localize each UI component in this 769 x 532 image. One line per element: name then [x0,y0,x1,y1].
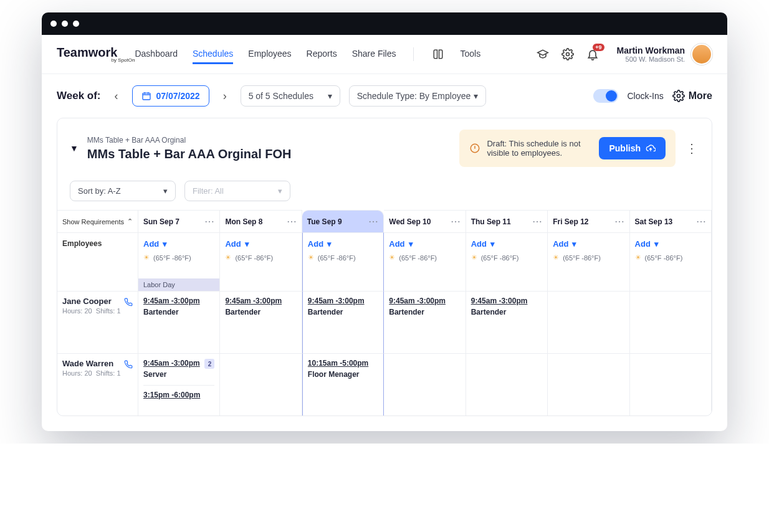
filter-select[interactable]: Filter: All ▾ [184,181,290,201]
shift-time: 9:45am -3:00pm [225,297,296,305]
shift-cell[interactable]: 9:45am -3:00pm Bartender [384,291,466,353]
week-next-button[interactable]: › [218,89,232,103]
chevron-down-icon[interactable]: ▼ [70,143,79,153]
chevron-down-icon: ▾ [163,186,168,196]
shift-cell[interactable]: 9:45am -3:00pm Bartender [220,291,302,353]
nav-employees[interactable]: Employees [248,45,291,64]
add-shift-button[interactable]: Add▾ [225,239,296,249]
chevron-down-icon: ▾ [474,91,478,101]
add-shift-button[interactable]: Add▾ [143,239,214,249]
schedules-count-select[interactable]: 5 of 5 Schedules ▾ [241,85,340,107]
holiday-badge: Labor Day [138,278,219,291]
sort-select[interactable]: Sort by: A-Z ▾ [70,181,176,201]
weather: ☀(65°F -86°F) [635,254,706,262]
week-date-picker[interactable]: 07/07/2022 [132,85,209,107]
day-menu-button[interactable]: ⋯ [451,216,461,227]
weather: ☀(65°F -86°F) [471,254,542,262]
day-menu-button[interactable]: ⋯ [368,216,378,227]
shift-cell-empty[interactable] [220,353,302,416]
chevron-down-icon: ▾ [163,239,167,249]
window-dot[interactable] [50,21,57,27]
nav-share-files[interactable]: Share Files [352,45,396,64]
day-menu-button[interactable]: ⋯ [532,216,542,227]
shift-cell[interactable]: 9:45am -3:00pm Bartender [302,291,384,353]
add-shift-button[interactable]: Add▾ [553,239,624,249]
add-shift-button[interactable]: Add▾ [389,239,460,249]
day-menu-button[interactable]: ⋯ [204,216,214,227]
shift-cell[interactable]: 9:45am -3:00pm Bartender [466,291,548,353]
day-menu-button[interactable]: ⋯ [696,216,706,227]
bell-icon[interactable]: +9 [586,47,599,61]
add-cell: Add▾ ☀(65°F -86°F) [384,232,466,291]
add-cell: Add▾ ☀(65°F -86°F) [466,232,548,291]
sun-icon: ☀ [471,254,477,262]
nav-dashboard[interactable]: Dashboard [135,45,178,64]
window-dot[interactable] [73,21,79,27]
window-titlebar [42,12,727,35]
show-requirements-toggle[interactable]: Show Requirements ⌃ [57,210,138,232]
phone-icon[interactable] [124,298,133,306]
svg-point-0 [566,53,569,56]
shift-cell[interactable]: 9:45am -3:00pm Server 2 3:15pm -6:00pm [138,353,220,416]
add-shift-button[interactable]: Add▾ [635,239,706,249]
more-button[interactable]: More [672,90,712,102]
clockins-label: Clock-Ins [627,91,663,101]
publish-button[interactable]: Publish [599,137,666,159]
shift-role: Bartender [143,308,214,316]
shift-cell[interactable]: 9:45am -3:00pm Bartender [138,291,220,353]
sun-icon: ☀ [389,254,395,262]
shift-count-badge: 2 [204,359,214,369]
weather: ☀(65°F -86°F) [389,254,460,262]
sun-icon: ☀ [553,254,559,262]
gear-icon[interactable] [561,47,575,61]
phone-icon[interactable] [124,360,133,369]
shift-cell-empty[interactable] [384,353,466,416]
svg-point-2 [677,95,680,98]
shift-cell-empty[interactable] [630,291,712,353]
schedule-type-select[interactable]: Schedule Type: By Employee ▾ [349,85,486,107]
shift-role: Bartender [471,308,542,316]
window-dot[interactable] [62,21,68,27]
shift-role: Floor Menager [308,370,378,379]
chevron-down-icon: ▾ [327,239,332,249]
shift-cell-empty[interactable] [630,353,712,416]
week-toolbar: Week of: ‹ 07/07/2022 › 5 of 5 Schedules… [42,74,727,118]
day-menu-button[interactable]: ⋯ [287,216,297,227]
book-icon[interactable] [431,47,445,61]
user-block[interactable]: Martin Workman 500 W. Madison St. [617,44,712,65]
day-header: Sat Sep 13⋯ [630,210,712,232]
chevron-down-icon: ▾ [328,91,332,101]
brand-name: Teamwork [57,45,117,60]
sun-icon: ☀ [635,254,641,262]
shift-cell-empty[interactable] [548,353,629,416]
shift-cell-empty[interactable] [548,291,629,353]
nav-schedules[interactable]: Schedules [193,45,233,64]
warning-icon [469,143,480,154]
panel-header: ▼ MMs Table + Bar AAA Orginal MMs Table … [57,118,712,178]
week-prev-button[interactable]: ‹ [110,89,123,103]
clockins-toggle[interactable] [593,89,618,103]
nav-tools[interactable]: Tools [460,45,480,64]
topbar: Teamwork by SpotOn Dashboard Schedules E… [42,35,727,74]
graduation-icon[interactable] [536,47,550,61]
add-cell: Add▾ ☀(65°F -86°F) [630,232,712,291]
weather: ☀(65°F -86°F) [553,254,624,262]
avatar[interactable] [691,44,712,65]
add-cell: Add▾ ☀(65°F -86°F) Labor Day [138,232,220,291]
employee-cell: Jane Cooper Hours: 20 Shifts: 1 [57,291,138,353]
add-shift-button[interactable]: Add▾ [308,239,378,249]
sun-icon: ☀ [225,254,231,262]
shift-cell[interactable]: 10:15am -5:00pm Floor Menager [302,353,384,416]
day-menu-button[interactable]: ⋯ [614,216,624,227]
day-header: Sun Sep 7⋯ [138,210,220,232]
panel-menu-button[interactable]: ⋮ [684,141,699,156]
nav-reports[interactable]: Reports [307,45,337,64]
schedules-count-value: 5 of 5 Schedules [249,91,313,101]
main-nav: Dashboard Schedules Employees Reports Sh… [135,45,535,64]
shift-cell-empty[interactable] [466,353,548,416]
day-header: Wed Sep 10⋯ [384,210,466,232]
add-shift-button[interactable]: Add▾ [471,239,542,249]
weather: ☀(65°F -86°F) [225,254,296,262]
chevron-down-icon: ▾ [490,239,495,249]
day-header: Thu Sep 11⋯ [466,210,548,232]
